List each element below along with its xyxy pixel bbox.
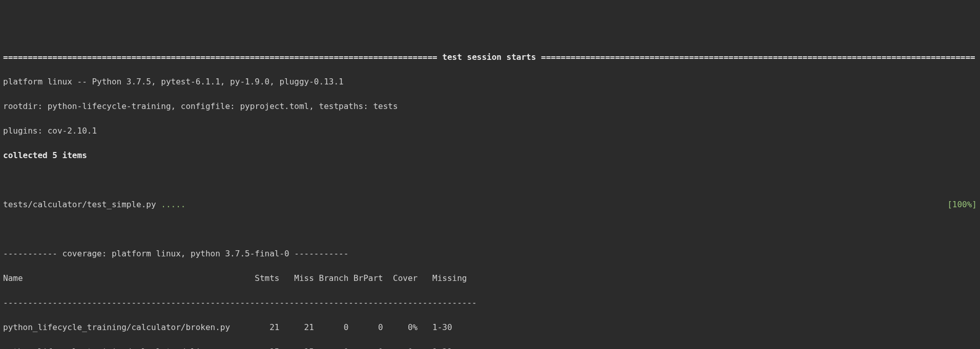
progress-percent: [100%] [947,199,977,211]
session-rule-left: ========================================… [3,51,442,63]
session-rule-right: ========================================… [536,51,975,63]
blank-line [3,223,977,235]
plugins-line: plugins: cov-2.10.1 [3,125,977,137]
session-header-line: ========================================… [3,51,977,63]
collected-line: collected 5 items [3,149,977,162]
blank-line [3,174,977,186]
coverage-row: python_lifecycle_training/calculator/cli… [3,346,977,349]
session-title: test session starts [442,51,536,63]
coverage-rule-top: ----------------------------------------… [3,297,977,309]
test-file: tests/calculator/test_simple.py [3,199,161,211]
test-file-line: tests/calculator/test_simple.py .....[10… [3,199,977,211]
coverage-header: ----------- coverage: platform linux, py… [3,248,977,260]
coverage-columns: Name Stmts Miss Branch BrPart Cover Miss… [3,272,977,285]
coverage-row: python_lifecycle_training/calculator/bro… [3,321,977,334]
platform-line: platform linux -- Python 3.7.5, pytest-6… [3,76,977,88]
test-dots: ..... [161,199,185,211]
rootdir-line: rootdir: python-lifecycle-training, conf… [3,100,977,113]
spacer [185,199,947,211]
